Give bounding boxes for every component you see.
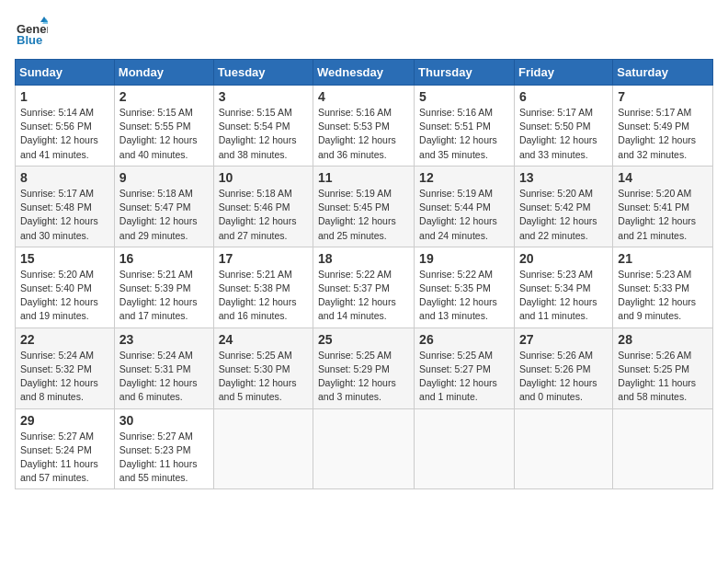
day-cell-empty [313, 408, 415, 489]
day-cell-25: 25Sunrise: 5:25 AM Sunset: 5:29 PM Dayli… [313, 327, 415, 408]
day-cell-15: 15Sunrise: 5:20 AM Sunset: 5:40 PM Dayli… [16, 247, 115, 327]
day-cell-13: 13Sunrise: 5:20 AM Sunset: 5:42 PM Dayli… [514, 166, 612, 247]
day-cell-19: 19Sunrise: 5:22 AM Sunset: 5:35 PM Dayli… [415, 247, 515, 327]
day-cell-empty [613, 408, 713, 489]
day-cell-16: 16Sunrise: 5:21 AM Sunset: 5:39 PM Dayli… [114, 247, 213, 327]
day-cell-30: 30Sunrise: 5:27 AM Sunset: 5:23 PM Dayli… [114, 408, 213, 489]
day-cell-20: 20Sunrise: 5:23 AM Sunset: 5:34 PM Dayli… [514, 247, 612, 327]
day-cell-11: 11Sunrise: 5:19 AM Sunset: 5:45 PM Dayli… [313, 166, 415, 247]
day-cell-26: 26Sunrise: 5:25 AM Sunset: 5:27 PM Dayli… [415, 327, 515, 408]
day-cell-14: 14Sunrise: 5:20 AM Sunset: 5:41 PM Dayli… [613, 166, 713, 247]
day-cell-2: 2Sunrise: 5:15 AM Sunset: 5:55 PM Daylig… [114, 86, 213, 167]
day-cell-27: 27Sunrise: 5:26 AM Sunset: 5:26 PM Dayli… [514, 327, 612, 408]
page-header: General Blue [15, 15, 713, 48]
day-cell-5: 5Sunrise: 5:16 AM Sunset: 5:51 PM Daylig… [415, 86, 515, 167]
day-cell-29: 29Sunrise: 5:27 AM Sunset: 5:24 PM Dayli… [16, 408, 115, 489]
day-cell-empty [415, 408, 515, 489]
day-cell-18: 18Sunrise: 5:22 AM Sunset: 5:37 PM Dayli… [313, 247, 415, 327]
day-cell-1: 1Sunrise: 5:14 AM Sunset: 5:56 PM Daylig… [16, 86, 115, 167]
day-cell-7: 7Sunrise: 5:17 AM Sunset: 5:49 PM Daylig… [613, 86, 713, 167]
day-cell-4: 4Sunrise: 5:16 AM Sunset: 5:53 PM Daylig… [313, 86, 415, 167]
day-cell-10: 10Sunrise: 5:18 AM Sunset: 5:46 PM Dayli… [213, 166, 313, 247]
day-cell-12: 12Sunrise: 5:19 AM Sunset: 5:44 PM Dayli… [415, 166, 515, 247]
day-cell-empty [213, 408, 313, 489]
day-header-thursday: Thursday [415, 60, 515, 86]
day-header-tuesday: Tuesday [213, 60, 313, 86]
day-cell-8: 8Sunrise: 5:17 AM Sunset: 5:48 PM Daylig… [16, 166, 115, 247]
day-header-wednesday: Wednesday [313, 60, 415, 86]
svg-text:Blue: Blue [17, 33, 42, 47]
day-header-sunday: Sunday [16, 60, 115, 86]
day-cell-17: 17Sunrise: 5:21 AM Sunset: 5:38 PM Dayli… [213, 247, 313, 327]
calendar-table: SundayMondayTuesdayWednesdayThursdayFrid… [15, 59, 713, 489]
day-header-monday: Monday [114, 60, 213, 86]
logo: General Blue [15, 15, 51, 48]
day-cell-24: 24Sunrise: 5:25 AM Sunset: 5:30 PM Dayli… [213, 327, 313, 408]
day-header-saturday: Saturday [613, 60, 713, 86]
day-cell-3: 3Sunrise: 5:15 AM Sunset: 5:54 PM Daylig… [213, 86, 313, 167]
day-cell-9: 9Sunrise: 5:18 AM Sunset: 5:47 PM Daylig… [114, 166, 213, 247]
day-cell-22: 22Sunrise: 5:24 AM Sunset: 5:32 PM Dayli… [16, 327, 115, 408]
logo-icon: General Blue [15, 15, 48, 48]
day-cell-empty [514, 408, 612, 489]
day-cell-21: 21Sunrise: 5:23 AM Sunset: 5:33 PM Dayli… [613, 247, 713, 327]
day-header-friday: Friday [514, 60, 612, 86]
day-cell-6: 6Sunrise: 5:17 AM Sunset: 5:50 PM Daylig… [514, 86, 612, 167]
day-cell-23: 23Sunrise: 5:24 AM Sunset: 5:31 PM Dayli… [114, 327, 213, 408]
day-cell-28: 28Sunrise: 5:26 AM Sunset: 5:25 PM Dayli… [613, 327, 713, 408]
